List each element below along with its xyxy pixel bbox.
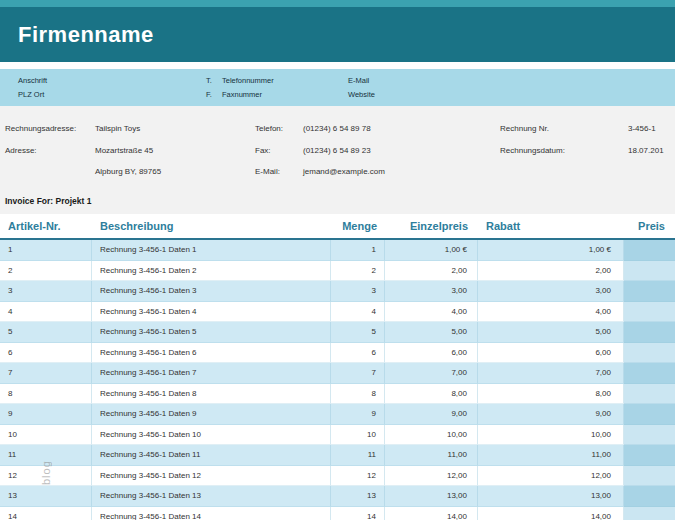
table-row: 5Rechnung 3-456-1 Daten 555,005,00	[0, 322, 675, 343]
table-row: 14Rechnung 3-456-1 Daten 141414,0014,00	[0, 507, 675, 520]
fax-label: Fax:	[255, 146, 271, 155]
invoice-number-value: 3-456-1	[628, 124, 656, 133]
cell-beschreibung: Rechnung 3-456-1 Daten 2	[92, 261, 331, 282]
cell-menge: 13	[331, 486, 385, 507]
address-label: Anschrift	[18, 76, 47, 85]
cell-rabatt: 5,00	[478, 322, 624, 343]
invoice-number-label: Rechnung Nr.	[500, 124, 549, 133]
table-row: 8Rechnung 3-456-1 Daten 888,008,00	[0, 384, 675, 405]
cell-einzelpreis: 11,00	[385, 445, 478, 466]
cell-rabatt: 12,00	[478, 466, 624, 487]
table-row: 1Rechnung 3-456-1 Daten 111,00 €1,00 €	[0, 240, 675, 261]
table-row: 3Rechnung 3-456-1 Daten 333,003,00	[0, 281, 675, 302]
cell-rabatt: 13,00	[478, 486, 624, 507]
cell-menge: 9	[331, 404, 385, 425]
masthead: Firmenname	[0, 7, 675, 62]
cell-preis	[624, 322, 675, 343]
cell-rabatt: 2,00	[478, 261, 624, 282]
cell-menge: 11	[331, 445, 385, 466]
cell-menge: 1	[331, 240, 385, 261]
invoice-page: Firmenname Anschrift PLZ Ort T. Telefonn…	[0, 0, 675, 520]
website-label: Website	[348, 90, 375, 99]
cell-artikel-nr: 6	[0, 343, 92, 364]
cell-rabatt: 14,00	[478, 507, 624, 520]
cell-artikel-nr: 8	[0, 384, 92, 405]
phone-value: (01234) 6 54 89 78	[303, 124, 371, 133]
cell-preis	[624, 425, 675, 446]
cell-artikel-nr: 7	[0, 363, 92, 384]
address-value: Mozartstraße 45	[95, 146, 153, 155]
cell-beschreibung: Rechnung 3-456-1 Daten 10	[92, 425, 331, 446]
cell-rabatt: 4,00	[478, 302, 624, 323]
cell-einzelpreis: 12,00	[385, 466, 478, 487]
cell-artikel-nr: 9	[0, 404, 92, 425]
invoice-date-value: 18.07.201	[628, 146, 664, 155]
cell-beschreibung: Rechnung 3-456-1 Daten 4	[92, 302, 331, 323]
cell-beschreibung: Rechnung 3-456-1 Daten 5	[92, 322, 331, 343]
cell-preis	[624, 281, 675, 302]
table-row: 6Rechnung 3-456-1 Daten 666,006,00	[0, 343, 675, 364]
table-header-row: Artikel-Nr. Beschreibung Menge Einzelpre…	[0, 214, 675, 240]
invoice-date-label: Rechnungsdatum:	[500, 146, 565, 155]
column-header-menge: Menge	[331, 214, 385, 238]
cell-artikel-nr: 5	[0, 322, 92, 343]
cell-preis	[624, 302, 675, 323]
cell-artikel-nr: 4	[0, 302, 92, 323]
cell-einzelpreis: 14,00	[385, 507, 478, 520]
cell-einzelpreis: 9,00	[385, 404, 478, 425]
cell-menge: 4	[331, 302, 385, 323]
column-header-preis: Preis	[624, 214, 675, 238]
table-row: 9Rechnung 3-456-1 Daten 999,009,00	[0, 404, 675, 425]
cell-artikel-nr: 3	[0, 281, 92, 302]
phone-prefix: T.	[206, 76, 212, 85]
cell-beschreibung: Rechnung 3-456-1 Daten 7	[92, 363, 331, 384]
cell-rabatt: 8,00	[478, 384, 624, 405]
fax-value: (01234) 6 54 89 23	[303, 146, 371, 155]
column-header-artikel-nr: Artikel-Nr.	[0, 214, 92, 238]
cell-preis	[624, 507, 675, 520]
billing-address-value: Tailspin Toys	[95, 124, 140, 133]
top-accent-strip	[0, 0, 675, 7]
cell-menge: 6	[331, 343, 385, 364]
cell-preis	[624, 404, 675, 425]
address-label: Adresse:	[5, 146, 37, 155]
cell-einzelpreis: 1,00 €	[385, 240, 478, 261]
cell-menge: 7	[331, 363, 385, 384]
cell-menge: 2	[331, 261, 385, 282]
cell-menge: 10	[331, 425, 385, 446]
phone-label: Telefon:	[255, 124, 283, 133]
cell-beschreibung: Rechnung 3-456-1 Daten 12	[92, 466, 331, 487]
cell-einzelpreis: 5,00	[385, 322, 478, 343]
cell-artikel-nr: 10	[0, 425, 92, 446]
cell-artikel-nr: 1	[0, 240, 92, 261]
cell-menge: 14	[331, 507, 385, 520]
fax-prefix: F.	[206, 90, 212, 99]
cell-preis	[624, 261, 675, 282]
contact-band: Anschrift PLZ Ort T. Telefonnummer F. Fa…	[0, 69, 675, 106]
cell-preis	[624, 445, 675, 466]
billing-address-label: Rechnungsadresse:	[5, 124, 76, 133]
table-row: 2Rechnung 3-456-1 Daten 222,002,00	[0, 261, 675, 282]
cell-beschreibung: Rechnung 3-456-1 Daten 13	[92, 486, 331, 507]
cell-rabatt: 6,00	[478, 343, 624, 364]
cell-beschreibung: Rechnung 3-456-1 Daten 9	[92, 404, 331, 425]
cell-einzelpreis: 10,00	[385, 425, 478, 446]
address-city-value: Alpburg BY, 89765	[95, 167, 161, 176]
cell-einzelpreis: 3,00	[385, 281, 478, 302]
cell-beschreibung: Rechnung 3-456-1 Daten 3	[92, 281, 331, 302]
invoice-for-line: Invoice For: Projekt 1	[5, 196, 91, 206]
cell-menge: 12	[331, 466, 385, 487]
cell-preis	[624, 343, 675, 364]
cell-einzelpreis: 6,00	[385, 343, 478, 364]
invoice-table: Artikel-Nr. Beschreibung Menge Einzelpre…	[0, 214, 675, 520]
company-name: Firmenname	[18, 22, 154, 48]
cell-rabatt: 11,00	[478, 445, 624, 466]
cell-beschreibung: Rechnung 3-456-1 Daten 8	[92, 384, 331, 405]
cell-beschreibung: Rechnung 3-456-1 Daten 14	[92, 507, 331, 520]
cell-artikel-nr: 2	[0, 261, 92, 282]
cell-preis	[624, 363, 675, 384]
column-header-beschreibung: Beschreibung	[92, 214, 331, 238]
cell-beschreibung: Rechnung 3-456-1 Daten 1	[92, 240, 331, 261]
invoice-info-section: Rechnungsadresse: Tailspin Toys Telefon:…	[0, 106, 675, 214]
cell-preis	[624, 240, 675, 261]
